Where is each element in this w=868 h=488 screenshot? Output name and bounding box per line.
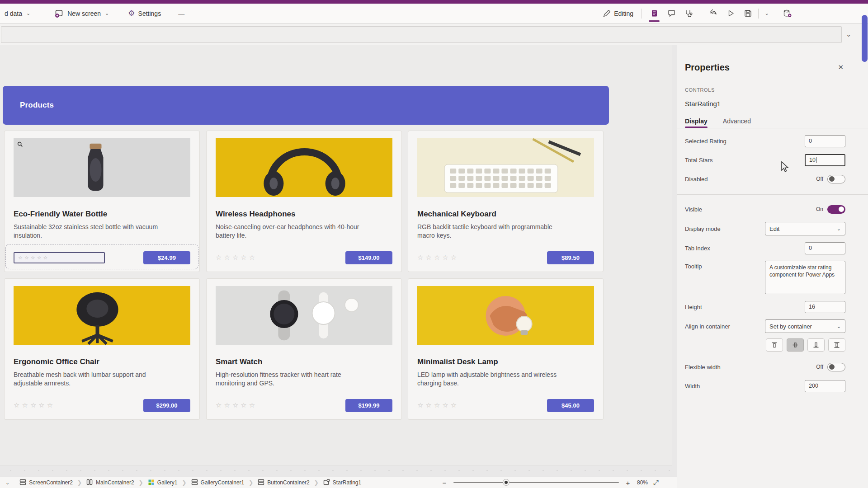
star-rating-control[interactable]: ☆☆☆☆☆ [14,401,55,409]
price-button[interactable]: $299.00 [143,399,190,412]
breadcrumb-icon [148,479,155,487]
product-description: LED lamp with adjustable brightness and … [417,371,566,388]
disabled-toggle-state: Off [816,176,823,182]
product-image [14,286,190,345]
star-icon: ☆ [425,401,434,409]
product-image [417,286,594,345]
breadcrumb-separator: ❯ [249,479,253,486]
star-rating-control[interactable]: ☆☆☆☆☆ [14,252,105,263]
star-icon: ☆ [451,253,459,261]
star-icon: ☆ [224,401,232,409]
width-label: Width [685,383,805,389]
database-publish-icon [783,9,792,18]
star-rating-control[interactable]: ☆☆☆☆☆ [216,253,257,262]
star-icon: ☆ [425,253,434,261]
align-stretch-button[interactable] [828,338,845,352]
breadcrumb-item[interactable]: ButtonContainer2 [253,477,314,488]
fit-to-screen-icon[interactable]: ⤢ [653,479,659,487]
product-card[interactable]: Smart Watch High-resolution fitness trac… [207,279,401,419]
zoom-in-button[interactable]: + [624,479,632,487]
products-banner[interactable]: Products [3,86,609,125]
publish-button[interactable] [778,5,796,22]
formula-input[interactable] [1,26,842,43]
visible-toggle[interactable] [827,205,845,214]
products-banner-label: Products [20,101,54,110]
visible-toggle-state: On [816,206,823,212]
product-title: Minimalist Desk Lamp [417,357,594,366]
total-stars-input[interactable]: 10 [805,154,845,166]
product-card[interactable]: Ergonomic Office Chair Breathable mesh b… [5,279,199,419]
design-canvas[interactable]: Products Eco-Friendly Water Bottle Susta… [0,45,677,477]
display-mode-dropdown[interactable]: Edit ⌄ [765,222,845,235]
preview-button[interactable] [722,5,739,22]
share-button[interactable] [705,5,722,22]
product-card[interactable]: Wireless Headphones Noise-canceling over… [207,131,401,272]
align-top-button[interactable] [766,338,783,352]
product-card[interactable]: Eco-Friendly Water Bottle Sustainable 32… [5,131,199,272]
zoom-level: 80% [637,479,648,486]
comment-icon [667,9,676,18]
align-in-container-dropdown[interactable]: Set by container ⌄ [765,319,845,333]
tab-index-input[interactable]: 0 [805,242,845,254]
tab-display[interactable]: Display [685,117,708,128]
price-button[interactable]: $89.50 [547,251,594,264]
product-description: High-resolution fitness tracker with hea… [216,371,365,388]
gear-icon: ⚙ [128,9,135,17]
product-card[interactable]: Mechanical Keyboard RGB backlit tactile … [408,131,603,272]
close-icon[interactable]: ✕ [836,62,845,72]
price-button[interactable]: $199.99 [345,399,392,412]
formula-expand-chevron-icon[interactable]: ⌄ [842,31,855,38]
price-button[interactable]: $24.99 [143,251,190,264]
formula-bar: ⌄ [0,24,868,45]
product-image [216,286,392,345]
price-button[interactable]: $45.00 [547,399,594,412]
add-data-button[interactable]: d data ⌄ [0,10,35,17]
editing-mode-button[interactable]: Editing [598,9,638,18]
zoom-out-button[interactable]: − [441,479,448,487]
star-icon: ☆ [38,401,47,409]
properties-title: Properties [685,62,730,73]
tab-advanced[interactable]: Advanced [723,117,751,128]
zoom-slider[interactable] [453,482,619,483]
selected-rating-input[interactable]: 0 [805,135,845,147]
breadcrumb-collapse-chevron-icon[interactable]: ⌄ [0,480,15,486]
product-card-bottom-row: ☆☆☆☆☆ $89.50 [417,251,594,264]
magnifier-icon [17,141,23,149]
breadcrumb-item[interactable]: GalleryContainer1 [187,477,249,488]
app-checker-button[interactable] [680,5,697,22]
breadcrumb-label: ButtonContainer2 [267,479,309,486]
star-icon: ☆ [216,401,224,409]
star-rating-control[interactable]: ☆☆☆☆☆ [417,401,459,409]
align-center-button[interactable] [787,338,804,352]
settings-button[interactable]: ⚙ Settings [123,9,165,17]
width-input[interactable]: 200 [805,380,845,392]
zoom-slider-thumb[interactable] [503,479,509,485]
breadcrumb-item[interactable]: Gallery1 [143,477,182,488]
disabled-toggle[interactable] [827,175,845,183]
toolbar-divider [642,9,642,19]
product-title: Smart Watch [216,357,392,366]
comments-button[interactable] [663,5,680,22]
toolbar-divider [701,9,701,19]
align-bottom-button[interactable] [807,338,825,352]
vertical-scrollbar-thumb[interactable] [862,15,868,62]
star-rating-control[interactable]: ☆☆☆☆☆ [417,253,459,262]
price-button[interactable]: $149.00 [345,251,392,264]
environments-button[interactable] [646,5,663,22]
chevron-down-icon: ⌄ [837,324,841,329]
flexible-width-toggle[interactable] [827,363,845,371]
breadcrumb-item[interactable]: ScreenContainer2 [15,477,77,488]
toolbar-overflow-button[interactable]: — [174,10,189,17]
breadcrumb-item[interactable]: MainContainer2 [82,477,139,488]
save-options-button[interactable]: ⌄ [760,5,772,22]
product-card[interactable]: Minimalist Desk Lamp LED lamp with adjus… [408,279,603,419]
star-rating-control[interactable]: ☆☆☆☆☆ [216,401,257,409]
tooltip-input[interactable]: A customizable star rating component for… [765,261,845,294]
app-screen[interactable]: Products Eco-Friendly Water Bottle Susta… [0,45,672,465]
save-button[interactable] [739,5,756,22]
breadcrumb-item[interactable]: StarRating1 [319,477,366,488]
height-input[interactable]: 16 [805,301,845,313]
pencil-icon [603,9,611,18]
new-screen-button[interactable]: New screen ⌄ [50,9,113,18]
breadcrumb-separator: ❯ [139,479,143,486]
